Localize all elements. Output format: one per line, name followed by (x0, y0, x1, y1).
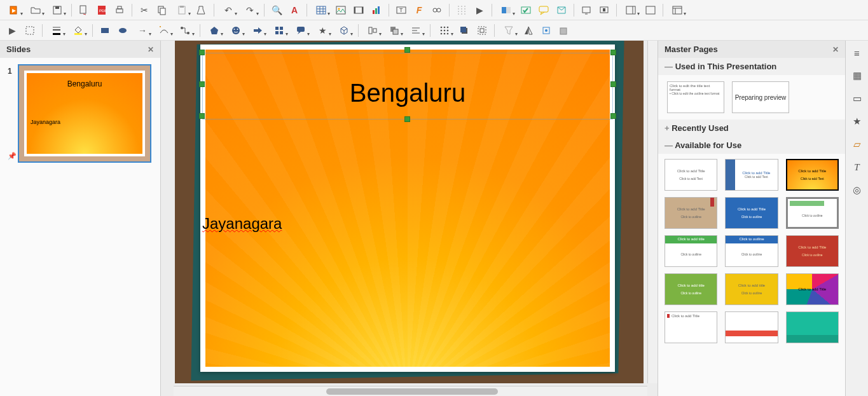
master-thumb-redstripe[interactable] (725, 311, 778, 343)
cut-button[interactable]: ✂ (136, 2, 153, 18)
master-thumb-greybox[interactable]: Click to outline (786, 197, 839, 229)
connector-tool[interactable] (176, 22, 196, 39)
master-thumb-green[interactable]: Click to add titleClick to outline (665, 273, 717, 305)
pdf-button[interactable]: PDF (93, 2, 110, 18)
3d-tool[interactable] (334, 22, 354, 39)
redo-button[interactable]: ↷ (240, 2, 260, 18)
fontwork-button[interactable]: F (411, 2, 427, 18)
master-thumb-geometric[interactable]: Click to add Title (786, 273, 839, 305)
sidebar-animation-icon[interactable]: ★ (850, 114, 864, 128)
svg-rect-13 (317, 6, 326, 14)
sidebar-masterpages-icon[interactable]: ▱ (850, 137, 864, 151)
fill-color-button[interactable] (68, 22, 88, 39)
paste-button[interactable] (172, 2, 192, 18)
sidebar-navigator-icon[interactable]: ◎ (850, 183, 864, 197)
slide-thumb-1[interactable]: 1 Bengaluru Jayanagara 📌 (6, 64, 154, 163)
shadow-grid-button[interactable] (434, 22, 455, 39)
copy-button[interactable] (154, 2, 170, 18)
ellipse-tool[interactable] (114, 22, 131, 39)
view-master-button[interactable] (496, 2, 516, 18)
block-arrow-tool[interactable] (247, 22, 268, 39)
preparing-preview-thumb[interactable]: Preparing preview (732, 81, 789, 113)
svg-point-19 (338, 8, 340, 10)
crop-button[interactable] (474, 22, 490, 39)
slide-canvas[interactable]: Bengaluru Jayanagara (175, 41, 644, 383)
save-button[interactable] (47, 2, 67, 18)
svg-rect-3 (55, 6, 59, 9)
position-button[interactable] (538, 22, 555, 39)
spellcheck-button[interactable]: A (286, 2, 303, 18)
sidebar-slide-transition-icon[interactable]: ▭ (850, 92, 864, 106)
slide-layout2-button[interactable] (642, 2, 659, 18)
arrow-tool[interactable]: → (132, 22, 153, 39)
recently-section-header[interactable]: Recently Used (658, 119, 845, 137)
svg-rect-12 (180, 6, 184, 8)
rectangle-tool[interactable] (97, 22, 113, 39)
master-thumb-blank1[interactable]: Click to add TitleClick to add Text (665, 159, 717, 191)
basic-shape-tool[interactable] (204, 22, 224, 39)
master-thumb-greenbar[interactable]: Click to add titleClick to outline (665, 235, 717, 267)
master-thumb-yellow[interactable]: Click to add titleClick to outline (725, 273, 778, 305)
curve-tool[interactable] (154, 22, 174, 39)
master-thumb-blue[interactable]: Click to add TitleClick to outline (725, 197, 778, 229)
line-color-button[interactable] (46, 22, 67, 39)
svg-rect-4 (80, 6, 86, 13)
comment-button[interactable] (535, 2, 552, 18)
symbol-shape-tool[interactable] (226, 22, 246, 39)
slides-panel-close-icon[interactable]: ✕ (148, 45, 154, 54)
slide-subtitle-text[interactable]: Jayanagara (202, 215, 282, 233)
display-view2-button[interactable] (596, 2, 612, 18)
start-slideshow-button[interactable]: ▶ (471, 2, 488, 18)
templates-button[interactable] (667, 2, 687, 18)
export-button[interactable] (76, 2, 92, 18)
used-section-header[interactable]: Used in This Presentation (658, 58, 845, 75)
master-thumb-teal[interactable] (786, 311, 839, 343)
masterpages-button[interactable] (553, 2, 570, 18)
title-placeholder[interactable]: Bengaluru (202, 53, 613, 119)
flip-button[interactable] (520, 22, 537, 39)
standard-toolbar: PDF ✂ ↶ ↷ 🔍 A T F ▶ (0, 0, 868, 20)
distribute-button[interactable] (406, 22, 426, 39)
arrange-button[interactable] (384, 22, 404, 39)
master-thumb-blue-side[interactable]: Click to add TitleClick to add Text (725, 159, 778, 191)
chart-button[interactable] (368, 2, 385, 18)
master-thumb-red[interactable]: Click to add TitleClick to outline (786, 235, 839, 267)
filter-button[interactable] (499, 22, 519, 39)
master-thumb-paper[interactable]: Click to add TitleClick to outline (665, 197, 717, 229)
star-tool[interactable]: ★ (312, 22, 333, 39)
sidebar-properties-icon[interactable]: ▦ (850, 69, 864, 83)
table-button[interactable] (311, 2, 331, 18)
shadow-button[interactable] (456, 22, 472, 39)
sidebar-styles-icon[interactable]: T (850, 160, 864, 174)
display-view1-button[interactable] (578, 2, 595, 18)
available-section-header[interactable]: Available for Use (658, 137, 845, 154)
textbox-button[interactable]: T (393, 2, 410, 18)
flowchart-tool[interactable] (269, 22, 289, 39)
callout-tool[interactable] (291, 22, 311, 39)
image-button[interactable] (333, 2, 349, 18)
open-button[interactable] (25, 2, 46, 18)
select-tool[interactable]: ▶ (4, 22, 20, 39)
autospell-button[interactable] (518, 2, 534, 18)
extrusion-button[interactable] (556, 22, 572, 39)
master-thumb-sunrise[interactable]: Click to add TitleClick to add Text (786, 159, 839, 191)
used-master-thumb[interactable]: Click to edit the title text format • Cl… (667, 81, 724, 113)
master-panel-close-icon[interactable]: ✕ (832, 45, 839, 54)
new-doc-button[interactable] (4, 2, 24, 18)
print-button[interactable] (111, 2, 128, 18)
guides-button[interactable] (453, 2, 470, 18)
slide-layout1-button[interactable] (621, 2, 641, 18)
media-button[interactable] (350, 2, 367, 18)
clone-format-button[interactable] (193, 2, 210, 18)
undo-button[interactable]: ↶ (218, 2, 238, 18)
master-thumb-redtab[interactable]: Click to add Title (665, 311, 717, 343)
align-button[interactable] (362, 22, 383, 39)
sidebar-settings-icon[interactable]: ≡ (850, 46, 864, 60)
horizontal-scrollbar[interactable] (174, 386, 647, 396)
hyperlink-button[interactable] (429, 2, 445, 18)
vertical-scrollbar[interactable] (647, 41, 658, 383)
find-button[interactable]: 🔍 (268, 2, 285, 18)
zoom-box-tool[interactable] (22, 22, 38, 39)
master-thumb-bluebar[interactable]: Click to outlineClick to outline (725, 235, 778, 267)
svg-rect-61 (275, 31, 279, 34)
